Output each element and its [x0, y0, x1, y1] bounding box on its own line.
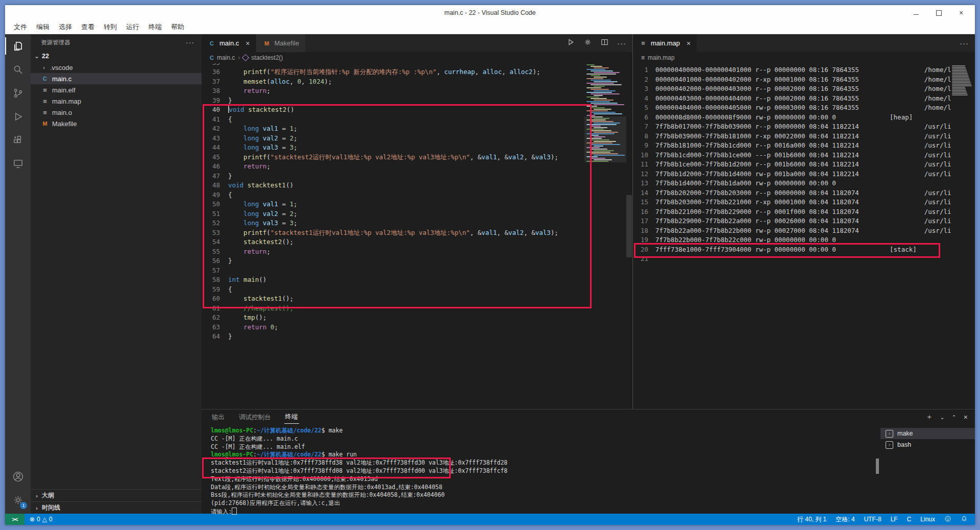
map-line[interactable]: 60000008d8000-0000008f9000 rw-p 00000000…: [633, 113, 975, 123]
map-line[interactable]: 5000000404000-000000405000 rw-p 00003000…: [633, 103, 975, 113]
language-mode[interactable]: C: [907, 516, 912, 523]
tree-item-Makefile[interactable]: MMakefile: [31, 118, 202, 129]
code-line[interactable]: 63 return 0;: [202, 323, 584, 332]
code-line[interactable]: 40void stacktest2(): [202, 105, 584, 115]
tab-output[interactable]: 输出: [211, 411, 226, 424]
terminal-scrollbar[interactable]: [876, 459, 879, 474]
tab-main-c[interactable]: C main.c ×: [202, 34, 256, 52]
code-editor[interactable]: 3536 printf("程序运行时当前堆指针:%p 新分配的堆内存:%p :%…: [202, 63, 632, 409]
code-line[interactable]: 64}: [202, 332, 584, 342]
code-line[interactable]: 57: [202, 266, 584, 276]
code-line[interactable]: 46 return;: [202, 162, 584, 172]
tab-close-icon[interactable]: ×: [246, 39, 250, 47]
explorer-icon[interactable]: [5, 34, 31, 58]
cursor-position[interactable]: 行 40, 列 1: [797, 515, 826, 524]
minimap[interactable]: [952, 65, 973, 96]
map-line[interactable]: 2000000401000-000000402000 r-xp 00001000…: [633, 75, 975, 85]
timeline-section[interactable]: › 时间线: [31, 501, 202, 514]
tab-terminal[interactable]: 终端: [284, 411, 299, 424]
more-actions-icon[interactable]: ···: [617, 39, 626, 47]
code-line[interactable]: 58int main(): [202, 275, 584, 285]
code-line[interactable]: 42 long val1 = 1;: [202, 124, 584, 134]
tree-item-main-o[interactable]: ≡main.o: [31, 107, 202, 118]
minimize-icon[interactable]: [913, 9, 920, 16]
run-debug-icon[interactable]: [5, 105, 31, 128]
settings-gear-icon[interactable]: 1: [5, 488, 31, 512]
tab-debug-console[interactable]: 调试控制台: [238, 411, 272, 424]
more-actions-icon[interactable]: ···: [960, 39, 969, 47]
code-line[interactable]: 49{: [202, 190, 584, 200]
breadcrumb-map[interactable]: ≡ main.map: [633, 52, 975, 63]
close-icon[interactable]: ×: [958, 9, 965, 16]
menu-item-run[interactable]: 运行: [121, 20, 144, 34]
map-line[interactable]: 1000000400000-000000401000 r--p 00000000…: [633, 65, 975, 75]
code-line[interactable]: 35: [202, 63, 584, 67]
code-line[interactable]: 47}: [202, 172, 584, 181]
run-file-icon[interactable]: [567, 38, 575, 49]
feedback-icon[interactable]: [944, 515, 951, 524]
minimap[interactable]: [586, 64, 624, 409]
map-line[interactable]: 167f7b8b221000-7f7b8b229000 r--p 0001f00…: [633, 207, 975, 217]
tab-makefile[interactable]: M Makefile: [256, 34, 305, 52]
account-icon[interactable]: [5, 465, 31, 488]
tab-close-icon[interactable]: ×: [687, 39, 691, 47]
tree-item--vscode[interactable]: ›.vscode: [31, 62, 202, 73]
remote-explorer-icon[interactable]: [5, 152, 31, 175]
search-icon[interactable]: [5, 58, 31, 81]
code-line[interactable]: 53 printf("stacktest1运行时val1地址:%p val2地址…: [202, 228, 584, 238]
chevron-down-icon[interactable]: ⌄: [940, 414, 944, 421]
menu-item-terminal[interactable]: 终端: [144, 20, 166, 34]
code-line[interactable]: 54 stacktest2();: [202, 237, 584, 247]
code-line[interactable]: 43 long val2 = 2;: [202, 134, 584, 143]
code-line[interactable]: 50 long val1 = 1;: [202, 200, 584, 209]
new-terminal-icon[interactable]: ＋: [925, 413, 933, 422]
menu-item-file[interactable]: 文件: [9, 20, 32, 34]
terminal-session-bash[interactable]: ›bash: [880, 439, 975, 450]
indentation[interactable]: 空格: 4: [836, 515, 854, 524]
map-line[interactable]: 107f7b8b1cd000-7f7b8b1ce000 ---p 001b600…: [633, 151, 975, 160]
code-line[interactable]: 61 //heaptest();: [202, 304, 584, 314]
source-control-icon[interactable]: [5, 81, 31, 105]
map-line[interactable]: 197f7b8b22b000-7f7b8b22c000 rw-p 0000000…: [633, 235, 975, 245]
map-line[interactable]: 127f7b8b1d2000-7f7b8b1d4000 rw-p 001ba00…: [633, 170, 975, 179]
terminal-session-make[interactable]: ›make: [880, 428, 975, 439]
outline-section[interactable]: › 大纲: [31, 489, 202, 501]
breadcrumb[interactable]: C main.c › stacktest2(): [202, 52, 632, 63]
map-line[interactable]: 3000000402000-000000403000 r--p 00002000…: [633, 84, 975, 94]
code-line[interactable]: 38 return;: [202, 86, 584, 96]
code-line[interactable]: 56}: [202, 256, 584, 266]
tree-item-main-map[interactable]: ≡main.map: [31, 95, 202, 107]
map-line[interactable]: 117f7b8b1ce000-7f7b8b1d2000 r--p 001b600…: [633, 160, 975, 170]
code-line[interactable]: 45 printf("stacktest2运行时val1地址:%p val2地址…: [202, 153, 584, 162]
editor-scrollbar[interactable]: [626, 195, 632, 257]
menu-item-help[interactable]: 帮助: [166, 20, 189, 34]
error-count[interactable]: 0: [37, 516, 40, 523]
maximize-icon[interactable]: [935, 9, 942, 16]
map-line[interactable]: 77f7b8b017000-7f7b8b039000 r--p 00000000…: [633, 122, 975, 132]
warning-count[interactable]: 0: [49, 516, 53, 523]
close-panel-icon[interactable]: ×: [964, 413, 968, 421]
map-line[interactable]: 147f7b8b202000-7f7b8b203000 r--p 0000000…: [633, 188, 975, 198]
map-line[interactable]: 187f7b8b22a000-7f7b8b22b000 rw-p 0002700…: [633, 226, 975, 236]
workspace-root[interactable]: ⌄ 22: [31, 51, 202, 62]
code-line[interactable]: 37 memset(alloc, 0, 1024);: [202, 77, 584, 87]
code-line[interactable]: 62 tmp();: [202, 313, 584, 323]
code-line[interactable]: 48void stacktest1(): [202, 181, 584, 190]
map-line[interactable]: 87f7b8b039000-7f7b8b181000 r-xp 00022000…: [633, 132, 975, 141]
code-line[interactable]: 44 long val3 = 3;: [202, 143, 584, 153]
code-line[interactable]: 51 long val2 = 2;: [202, 209, 584, 219]
map-line[interactable]: 21: [633, 254, 975, 264]
split-editor-icon[interactable]: [600, 38, 609, 49]
gear-icon[interactable]: [583, 38, 592, 49]
menu-item-edit[interactable]: 编辑: [32, 20, 54, 34]
map-line[interactable]: 207fff738e1000-7fff73904000 rw-p 0000000…: [633, 245, 975, 255]
eol-sequence[interactable]: LF: [891, 516, 898, 523]
sidebar-more-icon[interactable]: ···: [186, 38, 194, 46]
terminal[interactable]: lmos@lmos-PC:~/计算机基础/code/22$ makeCC -[M…: [202, 425, 880, 515]
notifications-bell-icon[interactable]: [961, 515, 968, 524]
map-line[interactable]: 4000000403000-000000404000 r--p 00002000…: [633, 94, 975, 104]
code-line[interactable]: 52 long val3 = 3;: [202, 219, 584, 228]
minimap-slider[interactable]: [584, 116, 626, 162]
map-line[interactable]: 177f7b8b229000-7f7b8b22a000 r--p 0002600…: [633, 216, 975, 226]
code-line[interactable]: 59{: [202, 285, 584, 295]
